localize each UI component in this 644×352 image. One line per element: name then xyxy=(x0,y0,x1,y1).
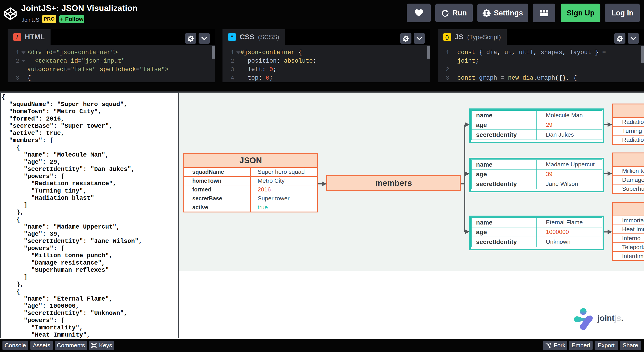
svg-text:jointjs.: jointjs. xyxy=(597,314,623,323)
